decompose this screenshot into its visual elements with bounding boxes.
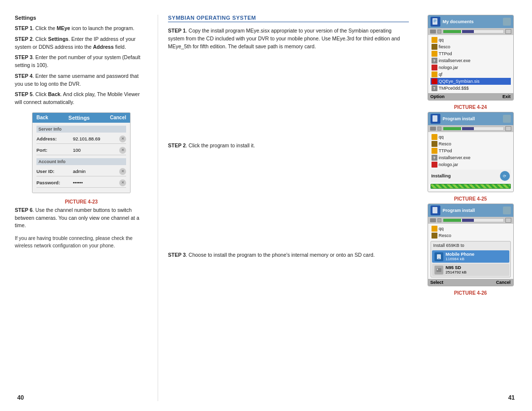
file-qf: qf (431, 71, 511, 78)
program-install-icon-25 (431, 114, 440, 124)
picture26-toolbar (428, 217, 513, 224)
right-column: My documents qq (419, 15, 517, 401)
step3: STEP 3. Enter the port number of your sy… (15, 54, 148, 69)
file25-install: ? installserver.exe (431, 154, 511, 161)
person-icon (503, 18, 511, 26)
n95-sd-size: 2514792 kB (446, 270, 467, 274)
file-installserver: ? installserver.exe (431, 57, 511, 64)
folder-icon-qf (432, 71, 437, 77)
folder-icon-qq (432, 37, 437, 43)
picture-23-label: PICTURE 4-23 (15, 199, 148, 205)
step5: STEP 5. Click Back. And click play, The … (15, 91, 148, 106)
symbian-step1: STEP 1. Copy the install program MEye.si… (168, 27, 409, 50)
userid-row: User ID: admin ✕ (36, 167, 126, 176)
phone-header: Back Settings Cancel (33, 113, 130, 123)
userid-label: User ID: (36, 169, 71, 174)
mobile-phone-info: Mobile Phone 116984 kB (446, 252, 475, 261)
settings-screenshot: Back Settings Cancel Server Info Address… (32, 112, 131, 193)
picture25-toolbar (428, 125, 513, 132)
page-number-left: 40 (17, 394, 24, 401)
port-value: 100 (71, 147, 119, 153)
sd-card-icon (434, 266, 443, 274)
account-info-label: Account Info (36, 158, 126, 165)
symbian-step2: STEP 2. Click the program to install it. (168, 142, 409, 150)
file25-ttpod: TTPod (431, 147, 511, 154)
port-label: Port: (36, 147, 71, 153)
file-icon-nologo (432, 65, 437, 70)
settings-section-title: Settings (15, 15, 148, 21)
password-row: Password: •••••• ✕ (36, 178, 126, 188)
left-column: Settings STEP 1. Click the MEye icon to … (15, 15, 158, 401)
folder-icon-fiesco (432, 44, 437, 50)
picture24-footer: Option Exit (428, 93, 513, 100)
file26-qq: qq (431, 225, 511, 232)
file-fiesco: fiesco (431, 43, 511, 50)
option-button[interactable]: Option (431, 94, 445, 99)
userid-clear-icon[interactable]: ✕ (119, 168, 126, 175)
page-number-right: 41 (508, 394, 515, 401)
address-label: Address: (36, 136, 71, 141)
n95-sd-option[interactable]: N95 SD 2514792 kB (432, 264, 509, 276)
port-clear-icon[interactable]: ✕ (119, 147, 126, 154)
svg-rect-5 (432, 207, 437, 213)
progress-stripe (431, 184, 511, 189)
select-button[interactable]: Select (431, 280, 444, 285)
question-icon-install: ? (432, 58, 437, 64)
person-icon-26 (503, 206, 511, 214)
file-nologo: nologo.jar (431, 64, 511, 71)
mobile-phone-option[interactable]: Mobile Phone 116984 kB (432, 250, 509, 263)
install-dialog: Install 659KB to Mobile Phone 116984 kB (431, 241, 511, 277)
picture24-toolbar (428, 28, 513, 35)
symbian-step3: STEP 3. Choose to install the program to… (168, 251, 409, 259)
file-ttpod: TTPod (431, 50, 511, 57)
person-icon-25 (503, 115, 511, 123)
progress-icon (437, 30, 441, 34)
file-tmpce: ? TMPce0dd.$$$ (431, 85, 511, 92)
mobile-phone-icon (434, 252, 443, 261)
step1: STEP 1. Click the MEye icon to launch th… (15, 25, 148, 33)
picture25-body: qq Resco TTPod ? installserver.exe nolog… (428, 132, 513, 192)
trouble-text: If you are having trouble connecting, pl… (15, 235, 148, 249)
folder-icon-ttpod (432, 51, 437, 57)
phone-body: Server Info Address: 92.101.88.69 ✕ Port… (33, 123, 130, 193)
server-info-label: Server Info (36, 126, 126, 133)
back-button[interactable]: Back (36, 115, 48, 120)
installing-text: Installing (432, 173, 451, 178)
settings-title: Settings (68, 115, 90, 121)
password-clear-icon[interactable]: ✕ (119, 179, 126, 186)
picture26-body: qq Resco Install 659KB to Mobile P (428, 224, 513, 279)
address-row: Address: 92.101.88.69 ✕ (36, 135, 126, 144)
back-nav-icon (430, 30, 436, 34)
address-value: 92.101.88.69 (71, 136, 119, 141)
mobile-phone-name: Mobile Phone (446, 252, 475, 257)
program-install-icon-26 (431, 206, 440, 215)
mobile-phone-size: 116984 kB (446, 257, 475, 261)
file25-nologo: nologo.jar (431, 161, 511, 168)
documents-icon (431, 17, 440, 27)
exit-button[interactable]: Exit (502, 94, 511, 99)
step2: STEP 2. Click Settings. Enter the IP add… (15, 35, 148, 51)
picture26-header: Program install (428, 204, 513, 217)
cancel-button-26[interactable]: Cancel (496, 280, 511, 285)
page-numbers: 40 41 (0, 394, 532, 401)
svg-rect-3 (433, 22, 435, 22)
picture-26-label: PICTURE 4-26 (424, 290, 517, 296)
n95-sd-info: N95 SD 2514792 kB (446, 265, 467, 274)
installing-row: Installing ⟳ (431, 170, 511, 182)
cancel-button[interactable]: Cancel (110, 115, 126, 120)
picture26-footer: Select Cancel (428, 279, 513, 286)
battery-icon (505, 29, 511, 34)
question-icon-tmpce: ? (432, 85, 437, 91)
step6: STEP 6. Use the channel number buttons t… (15, 206, 148, 230)
userid-value: admin (71, 169, 119, 174)
picture26-title: Program install (443, 208, 500, 213)
file-icon-qqeye (432, 78, 437, 84)
picture-25-label: PICTURE 4-25 (424, 196, 517, 202)
address-clear-icon[interactable]: ✕ (119, 136, 126, 142)
svg-rect-2 (433, 21, 436, 21)
file-qqeye: QQEye_Symbian.sis (431, 78, 511, 85)
svg-rect-9 (437, 269, 438, 270)
file25-qq: qq (431, 134, 511, 140)
middle-column: SYMBIAN OPERATING SYSTEM STEP 1. Copy th… (158, 15, 419, 401)
port-row: Port: 100 ✕ (36, 146, 126, 155)
